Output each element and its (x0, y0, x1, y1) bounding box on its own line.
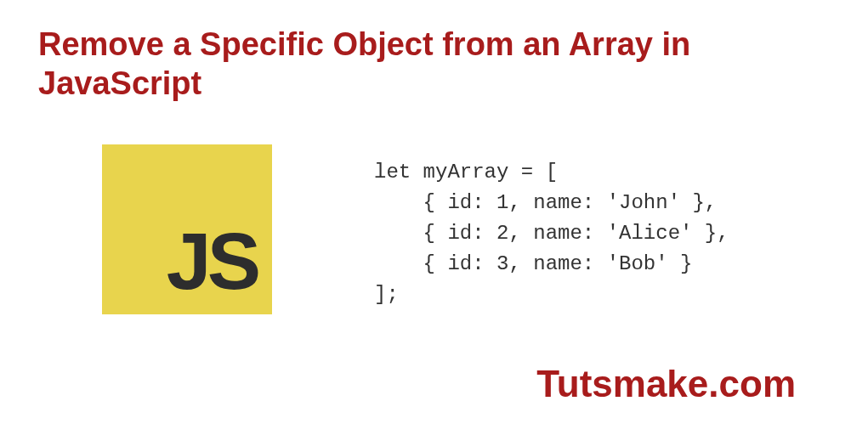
content-row: JS let myArray = [ { id: 1, name: 'John'… (0, 136, 868, 314)
js-logo: JS (102, 144, 272, 314)
js-logo-text: JS (167, 215, 257, 308)
code-snippet: let myArray = [ { id: 1, name: 'John' },… (374, 157, 729, 310)
site-attribution: Tutsmake.com (536, 363, 796, 405)
page-title: Remove a Specific Object from an Array i… (38, 25, 830, 103)
